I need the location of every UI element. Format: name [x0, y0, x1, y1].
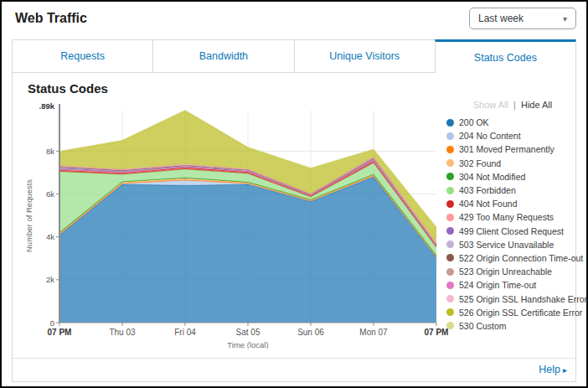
time-range-dropdown[interactable]: Last week ▾: [469, 8, 576, 29]
legend-separator: |: [513, 100, 516, 110]
series-color-dot: [446, 200, 454, 208]
hide-all-button[interactable]: Hide All: [521, 100, 552, 110]
svg-text:6k: 6k: [46, 189, 54, 199]
legend-item-label: 200 OK: [459, 117, 489, 127]
tab-bar: RequestsBandwidthUnique VisitorsStatus C…: [12, 39, 576, 73]
help-link-label: Help: [539, 364, 560, 375]
series-color-dot: [446, 241, 454, 248]
series-color-dot: [446, 227, 454, 235]
content-panel: Status Codes Number of Requests 02k4k6k8…: [12, 73, 576, 382]
svg-text:2k: 2k: [46, 275, 54, 284]
legend-list: 200 OK 204 No Content 301 Moved Permanen…: [446, 116, 579, 333]
chart-legend: Show All | Hide All 200 OK 204 No Conten…: [446, 100, 579, 333]
legend-item-label: 524 Origin Time-out: [459, 280, 536, 290]
svg-text:07 PM: 07 PM: [425, 328, 449, 337]
legend-item-403-forbidden[interactable]: 403 Forbidden: [446, 184, 579, 197]
svg-text:9.89k: 9.89k: [39, 101, 55, 111]
legend-item-label: 522 Origin Connection Time-out: [459, 253, 583, 263]
series-color-dot: [446, 214, 454, 221]
y-axis-title: Number of Requests: [24, 111, 34, 320]
series-color-dot: [446, 119, 454, 127]
series-color-dot: [446, 295, 454, 303]
legend-item-label: 503 Service Unavailable: [459, 240, 554, 250]
tab-status-codes[interactable]: Status Codes: [435, 39, 576, 73]
svg-text:8k: 8k: [46, 147, 54, 156]
legend-item-label: 403 Forbidden: [459, 185, 516, 195]
svg-text:Mon 07: Mon 07: [359, 328, 388, 337]
legend-item-525-origin-ssl-handshake-error[interactable]: 525 Origin SSL Handshake Error: [446, 292, 579, 305]
legend-item-label: 526 Origin SSL Certificate Error: [459, 308, 582, 318]
legend-item-label: 302 Found: [459, 158, 501, 168]
caret-right-icon: ▸: [563, 365, 567, 375]
legend-item-404-not-found[interactable]: 404 Not Found: [446, 197, 579, 210]
svg-text:07 PM: 07 PM: [48, 328, 72, 337]
legend-controls: Show All | Hide All: [446, 100, 579, 110]
legend-item-524-origin-time-out[interactable]: 524 Origin Time-out: [446, 278, 579, 292]
svg-text:0: 0: [50, 318, 54, 328]
series-color-dot: [446, 173, 454, 180]
tab-bandwidth[interactable]: Bandwidth: [152, 39, 294, 73]
svg-text:Fri 04: Fri 04: [174, 328, 196, 337]
chevron-down-icon: ▾: [563, 14, 567, 23]
series-color-dot: [446, 159, 454, 167]
series-color-dot: [446, 254, 454, 261]
svg-text:Sun 06: Sun 06: [297, 328, 324, 337]
tab-label: Unique Visitors: [329, 50, 400, 62]
legend-item-429-too-many-requests[interactable]: 429 Too Many Requests: [446, 210, 579, 224]
svg-text:Time (local): Time (local): [227, 340, 268, 349]
page-title: Web Traffic: [15, 11, 87, 26]
legend-item-label: 530 Custom: [459, 321, 507, 331]
chart-heading: Status Codes: [28, 81, 108, 96]
series-color-dot: [446, 146, 454, 153]
tab-label: Requests: [60, 50, 105, 62]
show-all-button[interactable]: Show All: [473, 100, 508, 110]
series-color-dot: [446, 187, 454, 194]
legend-item-523-origin-unreachable[interactable]: 523 Origin Unreachable: [446, 265, 579, 278]
legend-item-304-not-modified[interactable]: 304 Not Modified: [446, 170, 579, 184]
tab-requests[interactable]: Requests: [12, 39, 153, 73]
series-color-dot: [446, 282, 454, 289]
legend-item-label: 304 Not Modified: [459, 172, 525, 182]
status-codes-chart: 02k4k6k8k9.89k07 PMThu 03Fri 04Sat 05Sun…: [39, 96, 458, 349]
legend-item-302-found[interactable]: 302 Found: [446, 157, 579, 170]
legend-item-label: 523 Origin Unreachable: [459, 266, 552, 277]
legend-item-503-service-unavailable[interactable]: 503 Service Unavailable: [446, 238, 579, 251]
svg-text:Thu 03: Thu 03: [109, 328, 136, 337]
tab-unique-visitors[interactable]: Unique Visitors: [294, 39, 436, 73]
legend-item-204-no-content[interactable]: 204 No Content: [446, 129, 579, 142]
time-range-value: Last week: [478, 13, 524, 24]
series-color-dot: [446, 322, 454, 329]
help-link[interactable]: Help▸: [539, 364, 567, 375]
legend-item-label: 525 Origin SSL Handshake Error: [459, 294, 587, 304]
legend-item-526-origin-ssl-certificate-error[interactable]: 526 Origin SSL Certificate Error: [446, 306, 579, 319]
legend-item-label: 204 No Content: [459, 131, 521, 141]
series-color-dot: [446, 268, 454, 276]
web-traffic-card: Web Traffic Last week ▾ RequestsBandwidt…: [0, 0, 588, 388]
legend-item-label: 429 Too Many Requests: [459, 212, 554, 222]
legend-item-522-origin-connection-time-out[interactable]: 522 Origin Connection Time-out: [446, 251, 579, 265]
svg-text:Sat 05: Sat 05: [236, 328, 260, 337]
series-color-dot: [446, 308, 454, 316]
tab-label: Status Codes: [474, 52, 537, 64]
svg-text:4k: 4k: [46, 232, 54, 241]
card-footer: Help▸: [13, 358, 575, 381]
legend-item-label: 404 Not Found: [459, 199, 517, 209]
legend-item-301-moved-permanently[interactable]: 301 Moved Permanently: [446, 142, 579, 156]
legend-item-label: 301 Moved Permanently: [459, 144, 554, 154]
area-200-ok: [59, 177, 436, 323]
legend-item-499-client-closed-request[interactable]: 499 Client Closed Request: [446, 225, 579, 238]
legend-item-200-ok[interactable]: 200 OK: [446, 116, 579, 129]
legend-item-530-custom[interactable]: 530 Custom: [446, 319, 579, 333]
legend-item-label: 499 Client Closed Request: [459, 226, 564, 236]
series-color-dot: [446, 132, 454, 140]
tab-label: Bandwidth: [199, 50, 248, 62]
